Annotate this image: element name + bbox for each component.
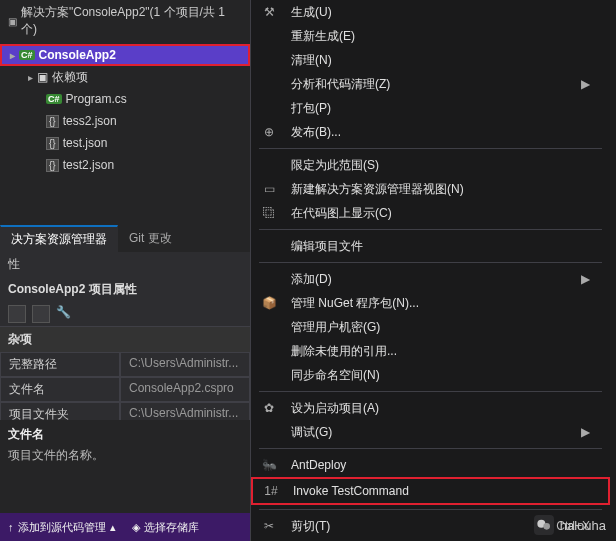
menu-separator xyxy=(259,229,602,230)
menu-build[interactable]: ⚒ 生成(U) xyxy=(251,0,610,24)
select-repo[interactable]: ◈ 选择存储库 xyxy=(132,520,199,535)
menu-scope[interactable]: 限定为此范围(S) xyxy=(251,153,610,177)
menu-analyze[interactable]: 分析和代码清理(Z) ▶ xyxy=(251,72,610,96)
menu-antdeploy[interactable]: 🐜 AntDeploy xyxy=(251,453,610,477)
wrench-icon[interactable]: 🔧 xyxy=(56,305,74,323)
project-node[interactable]: ▸ C# ConsoleApp2 xyxy=(0,44,250,66)
add-to-source-control[interactable]: ↑ 添加到源代码管理 ▴ xyxy=(8,520,116,535)
cut-icon: ✂ xyxy=(261,518,277,534)
menu-label: 设为启动项目(A) xyxy=(291,400,379,417)
property-value: ConsoleApp2.cspro xyxy=(120,377,250,402)
file-node[interactable]: {} tess2.json xyxy=(0,110,250,132)
file-label: Program.cs xyxy=(66,92,127,106)
properties-title: 性 xyxy=(0,252,250,277)
svg-point-1 xyxy=(543,523,550,530)
properties-toolbar: 🔧 xyxy=(0,302,250,327)
menu-label: 同步命名空间(N) xyxy=(291,367,380,384)
description-title: 文件名 xyxy=(8,426,242,443)
tab-solution-explorer[interactable]: 决方案资源管理器 xyxy=(0,225,118,253)
menu-label: 剪切(T) xyxy=(291,518,330,535)
file-label: test.json xyxy=(63,136,108,150)
csharp-file-icon: C# xyxy=(46,94,62,104)
expand-icon[interactable]: ▸ xyxy=(10,50,15,61)
menu-label: 管理 NuGet 程序包(N)... xyxy=(291,295,419,312)
json-file-icon: {} xyxy=(46,115,59,128)
menu-label: 调试(G) xyxy=(291,424,332,441)
menu-label: 重新生成(E) xyxy=(291,28,355,45)
watermark-text: halouha xyxy=(560,518,606,533)
menu-user-secrets[interactable]: 管理用户机密(G) xyxy=(251,315,610,339)
file-label: tess2.json xyxy=(63,114,117,128)
menu-add[interactable]: 添加(D) ▶ xyxy=(251,267,610,291)
build-icon: ⚒ xyxy=(261,4,277,20)
antdeploy-icon: 🐜 xyxy=(261,457,277,473)
menu-rebuild[interactable]: 重新生成(E) xyxy=(251,24,610,48)
properties-subtitle: ConsoleApp2 项目属性 xyxy=(0,277,250,302)
sort-icon[interactable] xyxy=(32,305,50,323)
menu-label: 限定为此范围(S) xyxy=(291,157,379,174)
testcommand-icon: 1# xyxy=(263,483,279,499)
menu-edit-project-file[interactable]: 编辑项目文件 xyxy=(251,234,610,258)
dependencies-node[interactable]: ▸ ▣ 依赖项 xyxy=(0,66,250,88)
dependencies-label: 依赖项 xyxy=(52,69,88,86)
categorize-icon[interactable] xyxy=(8,305,26,323)
menu-sync-namespace[interactable]: 同步命名空间(N) xyxy=(251,363,610,387)
menu-new-view[interactable]: ▭ 新建解决方案资源管理器视图(N) xyxy=(251,177,610,201)
menu-pack[interactable]: 打包(P) xyxy=(251,96,610,120)
tab-git-changes[interactable]: Git 更改 xyxy=(118,225,183,253)
description-body: 项目文件的名称。 xyxy=(8,447,242,464)
submenu-arrow-icon: ▶ xyxy=(581,272,590,286)
menu-label: 发布(B)... xyxy=(291,124,341,141)
source-control-label: 添加到源代码管理 xyxy=(18,520,106,535)
file-node[interactable]: C# Program.cs xyxy=(0,88,250,110)
menu-publish[interactable]: ⊕ 发布(B)... xyxy=(251,120,610,144)
property-value: C:\Users\Administr... xyxy=(120,352,250,377)
file-label: test2.json xyxy=(63,158,114,172)
repo-icon: ◈ xyxy=(132,521,140,534)
properties-pane: 性 ConsoleApp2 项目属性 🔧 杂项 完整路径 C:\Users\Ad… xyxy=(0,252,250,427)
property-row[interactable]: 完整路径 C:\Users\Administr... xyxy=(0,352,250,377)
deps-icon: ▣ xyxy=(37,70,48,84)
wechat-icon xyxy=(534,515,554,535)
collapse-icon[interactable]: ▣ xyxy=(8,16,17,27)
property-name: 文件名 xyxy=(0,377,120,402)
menu-remove-refs[interactable]: 删除未使用的引用... xyxy=(251,339,610,363)
menu-label: 新建解决方案资源管理器视图(N) xyxy=(291,181,464,198)
property-name: 完整路径 xyxy=(0,352,120,377)
menu-label: Invoke TestCommand xyxy=(293,484,409,498)
menu-set-startup[interactable]: ✿ 设为启动项目(A) xyxy=(251,396,610,420)
project-label: ConsoleApp2 xyxy=(39,48,116,62)
startup-icon: ✿ xyxy=(261,400,277,416)
publish-icon: ⊕ xyxy=(261,124,277,140)
chevron-up-icon: ▴ xyxy=(110,521,116,534)
expand-icon[interactable]: ▸ xyxy=(28,72,33,83)
newview-icon: ▭ xyxy=(261,181,277,197)
menu-invoke-testcommand[interactable]: 1# Invoke TestCommand xyxy=(251,477,610,505)
menu-label: 添加(D) xyxy=(291,271,332,288)
menu-separator xyxy=(259,391,602,392)
menu-separator xyxy=(259,148,602,149)
watermark: halouha xyxy=(534,515,606,535)
menu-label: 编辑项目文件 xyxy=(291,238,363,255)
menu-debug[interactable]: 调试(G) ▶ xyxy=(251,420,610,444)
menu-nuget[interactable]: 📦 管理 NuGet 程序包(N)... xyxy=(251,291,610,315)
menu-codemap[interactable]: ⿻ 在代码图上显示(C) xyxy=(251,201,610,225)
menu-separator xyxy=(259,509,602,510)
select-repo-label: 选择存储库 xyxy=(144,520,199,535)
property-category[interactable]: 杂项 xyxy=(0,327,250,352)
menu-label: 生成(U) xyxy=(291,4,332,21)
menu-label: 打包(P) xyxy=(291,100,331,117)
solution-header: ▣ 解决方案"ConsoleApp2"(1 个项目/共 1 个) xyxy=(0,0,250,42)
arrow-up-icon: ↑ xyxy=(8,521,14,533)
file-node[interactable]: {} test2.json xyxy=(0,154,250,176)
csharp-icon: C# xyxy=(19,50,35,60)
menu-label: 管理用户机密(G) xyxy=(291,319,380,336)
property-row[interactable]: 文件名 ConsoleApp2.cspro xyxy=(0,377,250,402)
menu-label: AntDeploy xyxy=(291,458,346,472)
nuget-icon: 📦 xyxy=(261,295,277,311)
menu-clean[interactable]: 清理(N) xyxy=(251,48,610,72)
property-description: 文件名 项目文件的名称。 xyxy=(0,420,250,470)
project-context-menu: ⚒ 生成(U) 重新生成(E) 清理(N) 分析和代码清理(Z) ▶ 打包(P)… xyxy=(250,0,610,541)
project-tree: ▸ C# ConsoleApp2 ▸ ▣ 依赖项 C# Program.cs {… xyxy=(0,42,250,176)
file-node[interactable]: {} test.json xyxy=(0,132,250,154)
